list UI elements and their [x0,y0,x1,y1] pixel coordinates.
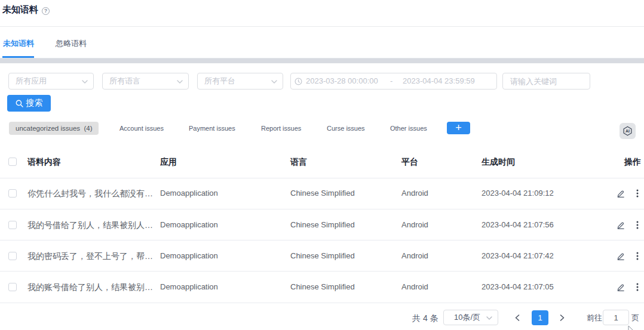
mouse-cursor [628,326,636,330]
app-select[interactable]: 所有应用 [8,73,94,90]
goto-page-label: 前往 [587,314,602,322]
table-row: 你凭什么封我号，我什么都没有… Demoapplication Chinese … [0,178,644,209]
search-button[interactable]: 搜索 [7,95,51,112]
add-tag-button[interactable]: + [447,122,470,134]
search-icon [16,100,23,107]
cell-content: 你凭什么封我号，我什么都没有… [27,189,153,198]
tag-payment-issues[interactable]: Payment issues [189,125,235,132]
chevron-down-icon [82,80,88,84]
chevron-left-icon [515,314,520,321]
search-button-label: 搜索 [26,98,43,109]
cell-platform: Android [401,221,428,229]
next-page-button[interactable] [560,314,565,321]
column-header-actions: 操作 [624,158,641,166]
column-header-app[interactable]: 应用 [160,158,177,166]
language-select[interactable]: 所有语言 [102,73,189,90]
pagination-total: 共 4 条 [412,314,438,322]
column-header-time[interactable]: 生成时间 [482,158,515,166]
date-end-value: 2023-04-04 23:59:59 [403,73,475,89]
cell-language: Chinese Simplified [290,252,355,260]
row-checkbox[interactable] [8,189,17,198]
cell-language: Chinese Simplified [290,221,355,229]
edit-icon[interactable] [617,283,625,291]
cell-app: Demoapplication [160,283,218,291]
tag-account-issues[interactable]: Account issues [119,125,164,132]
cell-content: 我的号借给了别人，结果被别人… [27,221,153,229]
section-separator [0,58,644,63]
cell-platform: Android [401,252,428,260]
cell-platform: Android [401,189,428,198]
tag-curse-issues[interactable]: Curse issues [327,125,365,132]
goto-page-input-wrap [603,310,629,325]
column-header-platform[interactable]: 平台 [401,158,418,166]
svg-text:AI: AI [625,129,630,133]
column-header-content[interactable]: 语料内容 [27,158,61,166]
ai-hexagon-icon: AI [622,126,633,136]
tab-unknown-corpus[interactable]: 未知语料 [3,39,34,48]
table-row: 我的密码丢了，登不上号了，帮… Demoapplication Chinese … [0,240,644,272]
keyword-input[interactable] [503,73,590,89]
date-separator: - [390,73,392,89]
more-actions-icon[interactable] [636,189,639,198]
cell-app: Demoapplication [160,221,218,229]
goto-page-input[interactable] [603,310,628,325]
tag-report-issues[interactable]: Report issues [261,125,301,132]
cell-time: 2023-04-04 21:07:05 [482,283,554,291]
row-checkbox[interactable] [8,252,17,260]
language-select-value: 所有语言 [109,73,140,89]
page-size-value: 10条/页 [454,310,480,325]
more-actions-icon[interactable] [636,221,639,229]
table-row: 我的号借给了别人，结果被别人… Demoapplication Chinese … [0,209,644,240]
app-select-value: 所有应用 [16,73,47,89]
cell-language: Chinese Simplified [290,189,355,198]
edit-icon[interactable] [617,221,625,229]
cell-time: 2023-04-04 21:07:56 [482,221,554,229]
page-size-select[interactable]: 10条/页 [443,310,498,325]
cell-app: Demoapplication [160,189,218,198]
page-title: 未知语料 [2,4,38,14]
prev-page-button[interactable] [515,314,520,321]
chevron-down-icon [486,316,492,320]
cell-platform: Android [401,283,428,291]
select-all-checkbox[interactable] [8,158,17,166]
cell-app: Demoapplication [160,252,218,260]
title-divider [0,26,644,27]
ai-button[interactable]: AI [620,123,636,139]
cell-language: Chinese Simplified [290,283,355,291]
cell-time: 2023-04-04 21:09:12 [482,189,554,198]
date-range-picker[interactable]: 2023-03-28 00:00:00 - 2023-04-04 23:59:5… [290,73,497,90]
table-row: 我的账号借给了别人，结果被别… Demoapplication Chinese … [0,272,644,303]
cell-content: 我的账号借给了别人，结果被别… [27,283,153,291]
platform-select[interactable]: 所有平台 [197,73,283,90]
help-question-icon[interactable]: ? [42,7,50,15]
tag-uncategorized-issues[interactable]: uncategorized issues (4) [9,122,99,135]
goto-page-unit: 页 [631,314,639,322]
edit-icon[interactable] [617,252,625,260]
cell-content: 我的密码丢了，登不上号了，帮… [27,252,153,260]
chevron-down-icon [177,80,183,84]
clock-icon [295,78,302,85]
platform-select-value: 所有平台 [204,73,235,89]
unknown-corpus-page: 未知语料 ? 未知语料 忽略语料 所有应用 所有语言 所有平台 2023-03-… [0,0,644,330]
more-actions-icon[interactable] [636,252,639,260]
tag-other-issues[interactable]: Other issues [390,125,427,132]
page-number-1[interactable]: 1 [532,310,548,325]
chevron-down-icon [271,80,277,84]
row-checkbox[interactable] [8,221,17,229]
keyword-input-wrap [502,73,590,90]
tab-ignored-corpus[interactable]: 忽略语料 [56,39,87,48]
column-header-language[interactable]: 语言 [290,158,307,166]
edit-icon[interactable] [617,189,625,198]
more-actions-icon[interactable] [636,283,639,291]
chevron-right-icon [560,314,565,321]
date-start-value: 2023-03-28 00:00:00 [306,73,378,89]
row-checkbox[interactable] [8,283,17,291]
cell-time: 2023-04-04 21:07:42 [482,252,554,260]
